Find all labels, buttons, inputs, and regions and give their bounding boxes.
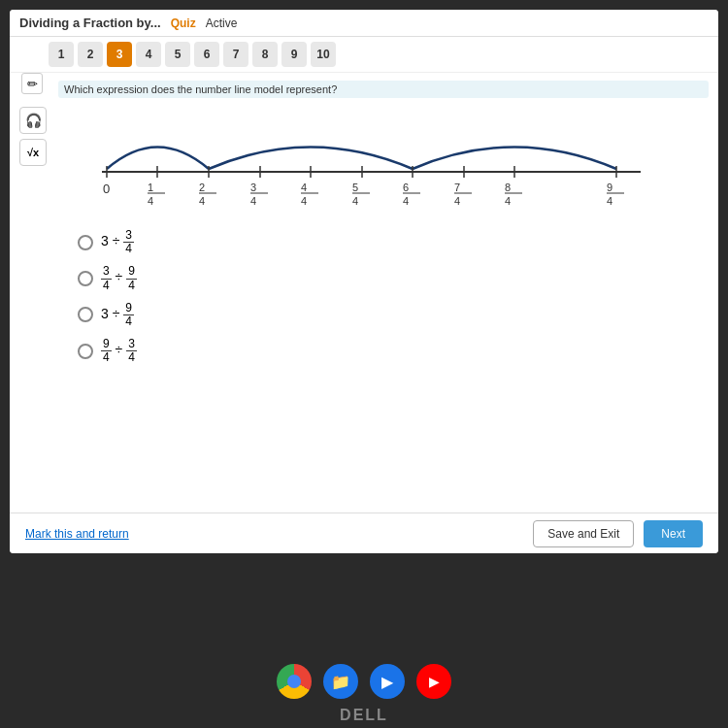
choice-d-text: 94 ÷ 34 bbox=[101, 338, 137, 364]
tab-3[interactable]: 3 bbox=[107, 42, 132, 67]
svg-text:4: 4 bbox=[199, 195, 205, 207]
svg-text:8: 8 bbox=[505, 182, 511, 193]
choice-a[interactable]: 3 ÷ 34 bbox=[78, 229, 689, 255]
radio-b[interactable] bbox=[78, 271, 93, 286]
radio-d[interactable] bbox=[78, 344, 93, 359]
tab-6[interactable]: 6 bbox=[194, 42, 219, 67]
question-text: Which expression does the number line mo… bbox=[58, 81, 709, 98]
pencil-icon[interactable]: ✏ bbox=[21, 73, 43, 94]
svg-text:4: 4 bbox=[454, 195, 460, 207]
svg-text:2: 2 bbox=[199, 182, 205, 193]
svg-text:0: 0 bbox=[103, 182, 110, 196]
chrome-icon[interactable] bbox=[277, 664, 312, 699]
choice-b-text: 34 ÷ 94 bbox=[101, 265, 137, 291]
active-label: Active bbox=[206, 17, 238, 30]
files-icon[interactable]: 📁 bbox=[323, 664, 358, 699]
mark-return-link[interactable]: Mark this and return bbox=[25, 527, 129, 541]
svg-text:4: 4 bbox=[505, 195, 511, 207]
choice-d[interactable]: 94 ÷ 34 bbox=[78, 338, 689, 364]
number-line-container: 0 1 4 2 4 3 4 4 4 bbox=[58, 106, 709, 221]
next-button[interactable]: Next bbox=[644, 520, 703, 547]
page-title: Dividing a Fraction by... bbox=[19, 16, 161, 30]
svg-text:4: 4 bbox=[352, 195, 358, 207]
tab-8[interactable]: 8 bbox=[252, 42, 278, 67]
svg-text:7: 7 bbox=[454, 182, 460, 193]
tab-7[interactable]: 7 bbox=[223, 42, 248, 67]
svg-text:6: 6 bbox=[403, 182, 409, 193]
footer: Mark this and return Save and Exit Next bbox=[10, 513, 718, 553]
taskbar: 📁 ▶ ▶ bbox=[0, 664, 728, 699]
tab-4[interactable]: 4 bbox=[136, 42, 161, 67]
svg-text:4: 4 bbox=[607, 195, 612, 207]
headphones-icon[interactable]: 🎧 bbox=[19, 107, 47, 134]
choice-c[interactable]: 3 ÷ 94 bbox=[78, 302, 689, 328]
radio-c[interactable] bbox=[78, 307, 93, 322]
tab-2[interactable]: 2 bbox=[78, 42, 103, 67]
tab-9[interactable]: 9 bbox=[281, 42, 307, 67]
choice-a-text: 3 ÷ 34 bbox=[101, 229, 134, 255]
svg-text:9: 9 bbox=[607, 182, 612, 193]
play-icon[interactable]: ▶ bbox=[370, 664, 405, 699]
formula-icon[interactable]: √x bbox=[19, 139, 47, 166]
svg-text:4: 4 bbox=[403, 195, 409, 207]
quiz-label: Quiz bbox=[171, 17, 196, 30]
svg-text:3: 3 bbox=[250, 182, 256, 193]
tab-5[interactable]: 5 bbox=[165, 42, 190, 67]
question-tabs: 1 2 3 4 5 6 7 8 9 10 bbox=[10, 37, 718, 73]
choices-container: 3 ÷ 34 34 ÷ 94 3 ÷ 94 94 ÷ 34 bbox=[58, 221, 709, 373]
svg-text:4: 4 bbox=[250, 195, 256, 207]
svg-text:4: 4 bbox=[148, 195, 153, 207]
tab-1[interactable]: 1 bbox=[49, 42, 74, 67]
number-line-svg: 0 1 4 2 4 3 4 4 4 bbox=[68, 116, 689, 213]
svg-text:5: 5 bbox=[352, 182, 358, 193]
save-exit-button[interactable]: Save and Exit bbox=[533, 520, 634, 547]
svg-text:4: 4 bbox=[301, 195, 307, 207]
header: Dividing a Fraction by... Quiz Active bbox=[10, 10, 718, 37]
choice-b[interactable]: 34 ÷ 94 bbox=[78, 265, 689, 291]
radio-a[interactable] bbox=[78, 235, 93, 250]
footer-actions: Save and Exit Next bbox=[533, 520, 703, 547]
svg-text:4: 4 bbox=[301, 182, 307, 193]
svg-text:1: 1 bbox=[148, 182, 153, 193]
tab-10[interactable]: 10 bbox=[311, 42, 336, 67]
main-content: Which expression does the number line mo… bbox=[49, 73, 718, 381]
choice-c-text: 3 ÷ 94 bbox=[101, 302, 134, 328]
youtube-icon[interactable]: ▶ bbox=[416, 664, 451, 699]
dell-logo: DELL bbox=[340, 707, 388, 724]
